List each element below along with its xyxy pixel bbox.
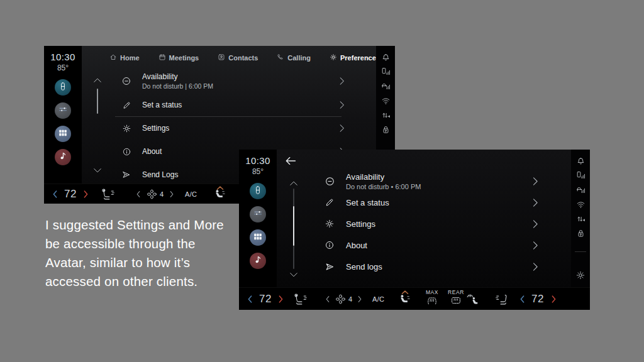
scrollbar[interactable] xyxy=(97,89,98,114)
max-defrost-button[interactable]: MAX xyxy=(420,289,444,308)
notifications-bell-icon[interactable] xyxy=(575,156,586,166)
menu-item-availability[interactable]: Availability Do not disturb • 6:00 PM xyxy=(324,172,538,190)
gear-icon xyxy=(324,219,335,229)
dnd-icon xyxy=(324,176,335,187)
back-button[interactable] xyxy=(284,156,297,168)
apps-grid-icon xyxy=(58,128,67,140)
driver-temp-down-button[interactable] xyxy=(247,295,253,303)
contact-badge-icon xyxy=(218,53,225,62)
menu-item-about[interactable]: About xyxy=(324,236,538,255)
pencil-icon xyxy=(121,101,132,110)
annotation-line: accessed on other clients. xyxy=(45,272,253,291)
menu-item-subtitle: Do not disturb | 6:00 PM xyxy=(142,82,213,90)
data-transfer-icon xyxy=(380,110,391,120)
tab-contacts[interactable]: Contacts xyxy=(218,53,258,62)
fan-down-button[interactable] xyxy=(325,295,330,302)
heated-seat-left-button[interactable] xyxy=(101,188,116,200)
music-app-button[interactable] xyxy=(250,253,266,269)
menu-item-title: Availability xyxy=(346,172,421,182)
menu-item-title: About xyxy=(142,147,162,156)
apps-grid-icon xyxy=(253,232,262,243)
status-rail xyxy=(571,150,590,288)
lincoln-app-button[interactable] xyxy=(55,79,71,96)
menu-item-set-a-status[interactable]: Set a status xyxy=(121,96,345,114)
vehicle-signal-icon xyxy=(575,185,586,195)
screenshot-preferences-subpage: 10:30 85° Availability Do not disturb • … xyxy=(239,150,590,310)
vehicle-controls-app-button[interactable] xyxy=(250,206,266,222)
tab-label: Contacts xyxy=(228,54,258,62)
heated-seat-left-button[interactable] xyxy=(293,293,308,305)
tab-meetings[interactable]: Meetings xyxy=(158,53,199,62)
rear-defrost-button[interactable]: REAR xyxy=(443,289,469,307)
gear-icon xyxy=(121,124,132,133)
brightness-icon[interactable] xyxy=(575,270,586,280)
fan-up-button[interactable] xyxy=(169,190,174,197)
tab-home[interactable]: Home xyxy=(109,53,140,62)
scroll-down-icon[interactable] xyxy=(289,269,298,280)
menu-item-send-logs[interactable]: Send logs xyxy=(324,257,538,276)
ac-button[interactable]: A/C xyxy=(185,190,197,198)
wifi-icon xyxy=(575,199,586,209)
menu-item-set-a-status[interactable]: Set a status xyxy=(324,193,538,212)
menu-item-title: Send Logs xyxy=(142,170,178,179)
rear-defrost-label: REAR xyxy=(448,289,464,295)
chevron-right-icon xyxy=(339,77,345,85)
fan-level-value: 4 xyxy=(348,295,352,303)
menu-item-settings[interactable]: Settings xyxy=(324,214,538,233)
rail-divider xyxy=(575,251,586,252)
driver-temp-up-button[interactable] xyxy=(83,190,89,198)
fan-icon xyxy=(147,189,157,199)
apps-grid-app-button[interactable] xyxy=(55,126,71,142)
annotation-line: be accessible through the xyxy=(45,234,253,253)
menu-item-title: Settings xyxy=(142,124,169,133)
lincoln-app-button[interactable] xyxy=(250,183,266,199)
fan-down-button[interactable] xyxy=(136,190,141,197)
scroll-down-icon[interactable] xyxy=(93,165,102,176)
tab-preferences[interactable]: Preferences xyxy=(330,53,380,62)
privacy-person-icon xyxy=(575,228,586,238)
status-time-block: 10:30 85° xyxy=(44,52,82,72)
menu-item-title: Settings xyxy=(346,219,375,229)
fan-level-value: 4 xyxy=(160,190,164,198)
airflow-mode-button[interactable] xyxy=(213,188,226,200)
defrost-airflow-button[interactable] xyxy=(465,293,479,305)
wifi-icon xyxy=(380,96,391,106)
music-app-button[interactable] xyxy=(55,149,71,165)
notifications-bell-icon[interactable] xyxy=(380,52,391,62)
dnd-icon xyxy=(121,76,132,86)
data-transfer-icon xyxy=(575,214,586,224)
menu-item-availability[interactable]: Availability Do not disturb | 6:00 PM xyxy=(121,72,345,90)
clock: 10:30 xyxy=(239,155,277,166)
vehicle-sliders-icon xyxy=(253,209,262,220)
annotation-line: Avatar, similar to how it’s xyxy=(45,253,253,272)
passenger-temp-down-button[interactable] xyxy=(519,295,525,303)
outside-temperature: 85° xyxy=(44,63,82,72)
airflow-mode-button[interactable] xyxy=(397,293,411,305)
tab-label: Calling xyxy=(287,54,311,62)
vehicle-controls-app-button[interactable] xyxy=(55,102,71,119)
slide: I suggested Settings and More be accessi… xyxy=(0,0,644,362)
passenger-temp-up-button[interactable] xyxy=(551,295,557,303)
fan-up-button[interactable] xyxy=(357,295,362,302)
menu-item-subtitle: Do not disturb • 6:00 PM xyxy=(346,183,421,190)
ac-button[interactable]: A/C xyxy=(372,295,384,303)
gear-icon xyxy=(330,53,337,62)
scroll-up-icon[interactable] xyxy=(93,74,102,85)
menu-item-title: Send logs xyxy=(346,262,382,272)
lincoln-logo-icon xyxy=(254,185,262,197)
menu-item-title: Set a status xyxy=(346,198,389,207)
chevron-right-icon xyxy=(532,241,538,250)
heated-seat-right-button[interactable] xyxy=(494,293,509,305)
menu-item-settings[interactable]: Settings xyxy=(121,119,345,138)
outside-temperature: 85° xyxy=(239,167,277,176)
annotation-text: I suggested Settings and More be accessi… xyxy=(45,216,253,291)
music-note-icon xyxy=(59,151,67,163)
apps-grid-app-button[interactable] xyxy=(250,229,266,246)
driver-temp-up-button[interactable] xyxy=(278,295,284,303)
scroll-up-icon[interactable] xyxy=(289,177,298,189)
chevron-right-icon xyxy=(339,101,345,109)
fan-icon xyxy=(335,293,346,304)
tab-calling[interactable]: Calling xyxy=(277,53,311,62)
music-note-icon xyxy=(254,255,262,266)
driver-temp-down-button[interactable] xyxy=(52,190,58,198)
